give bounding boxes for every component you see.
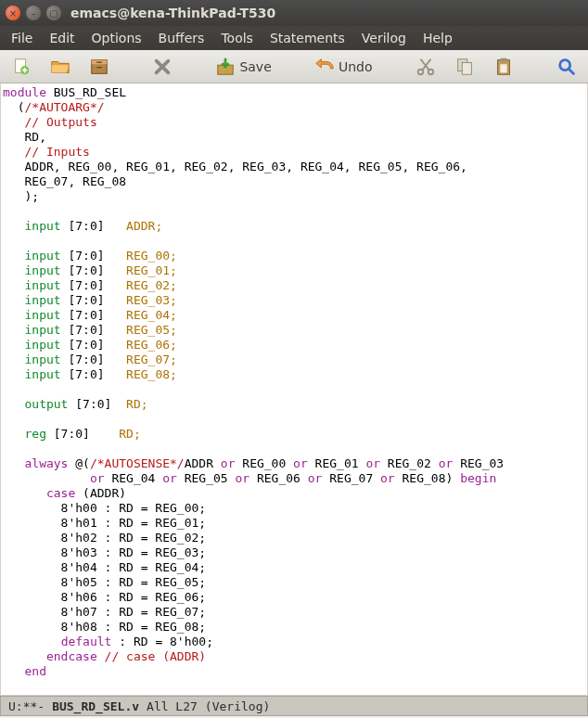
sig-reg03: REG_03;	[126, 293, 177, 307]
indent	[3, 219, 24, 233]
undo-label: Undo	[339, 59, 373, 74]
dired-button[interactable]	[87, 55, 111, 79]
close-paren: );	[3, 189, 39, 203]
new-file-button[interactable]	[9, 55, 33, 79]
case-6: 8'h06 : RD = REG_06;	[3, 590, 206, 604]
menu-edit[interactable]: Edit	[42, 28, 82, 48]
indent	[3, 367, 24, 381]
kw-input: input	[24, 278, 60, 292]
case-expr: (ADDR)	[75, 486, 126, 500]
search-button[interactable]	[555, 55, 579, 79]
save-button[interactable]: Save	[213, 55, 273, 79]
range: [7:0]	[61, 338, 126, 352]
undo-button[interactable]: Undo	[313, 55, 375, 79]
kill-buffer-button[interactable]	[150, 55, 174, 79]
range: [7:0]	[61, 308, 126, 322]
indent	[3, 308, 24, 322]
cut-button[interactable]	[414, 55, 438, 79]
new-file-icon	[11, 57, 32, 77]
case-7: 8'h07 : RD = REG_07;	[3, 605, 206, 619]
search-icon	[556, 57, 577, 77]
at: @(	[68, 456, 89, 470]
svg-rect-10	[462, 62, 471, 74]
sense: ADDR	[185, 456, 221, 470]
open-file-button[interactable]	[48, 55, 72, 79]
menu-file[interactable]: File	[4, 28, 40, 48]
indent	[3, 293, 24, 307]
kw-default: default	[61, 635, 112, 648]
sig-rd: RD;	[119, 427, 140, 441]
autoarg-comment: /*AUTOARG*/	[24, 100, 104, 114]
sense: REG_00	[235, 456, 293, 470]
save-label: Save	[239, 59, 271, 74]
modeline-filename: BUS_RD_SEL.v	[48, 699, 143, 713]
svg-rect-12	[500, 58, 506, 61]
sig-reg02: REG_02;	[126, 278, 177, 292]
menu-tools[interactable]: Tools	[213, 28, 261, 48]
sig-reg08: REG_08;	[126, 367, 177, 381]
kw-input: input	[24, 338, 60, 352]
indent	[3, 278, 24, 292]
minimize-icon[interactable]: –	[26, 6, 41, 20]
close-icon[interactable]: ×	[6, 6, 20, 20]
endcase-comment: // case (ADDR)	[97, 649, 206, 663]
indent	[3, 263, 24, 277]
modeline-status: U:**-	[5, 699, 48, 713]
menu-buffers[interactable]: Buffers	[151, 28, 212, 48]
editor-area[interactable]: module BUS_RD_SEL (/*AUTOARG*/ // Output…	[0, 83, 588, 696]
sense: REG_05	[177, 471, 236, 485]
menu-options[interactable]: Options	[84, 28, 149, 48]
close-x-icon	[152, 57, 173, 77]
open-paren: (	[3, 100, 24, 114]
copy-icon	[454, 57, 475, 77]
range: [7:0]	[61, 323, 126, 337]
modeline-position: All L27	[143, 699, 201, 713]
kw-or: or	[162, 471, 177, 485]
port-list-1: ADDR, REG_00, REG_01, REG_02, REG_03, RE…	[3, 160, 467, 173]
menu-statements[interactable]: Statements	[262, 28, 352, 48]
kw-or: or	[221, 456, 236, 470]
paste-button[interactable]	[492, 55, 516, 79]
range: [7:0]	[46, 427, 119, 441]
sense: REG_08)	[395, 471, 460, 485]
range: [7:0]	[68, 397, 126, 411]
kw-always: always	[24, 456, 68, 470]
range: [7:0]	[61, 249, 126, 263]
outputs-comment: // Outputs	[3, 115, 97, 129]
modeline-mode: (Verilog)	[201, 699, 274, 713]
menu-help[interactable]: Help	[415, 28, 460, 48]
maximize-icon[interactable]: ▢	[46, 6, 61, 20]
module-name: BUS_RD_SEL	[46, 85, 126, 99]
sense: REG_03	[453, 456, 504, 470]
case-8: 8'h08 : RD = REG_08;	[3, 620, 206, 634]
range: [7:0]	[61, 367, 126, 381]
case-3: 8'h03 : RD = REG_03;	[3, 545, 206, 559]
menu-verilog[interactable]: Verilog	[354, 28, 414, 48]
kw-input: input	[24, 219, 60, 233]
svg-rect-5	[96, 67, 102, 68]
sense: REG_07	[322, 471, 380, 485]
mode-line[interactable]: U:**- BUS_RD_SEL.v All L27 (Verilog)	[0, 696, 588, 716]
sig-addr: ADDR;	[126, 219, 162, 233]
indent	[3, 323, 24, 337]
scissors-icon	[415, 57, 436, 77]
kw-or: or	[90, 471, 105, 485]
sig-reg07: REG_07;	[126, 353, 177, 366]
kw-endcase: endcase	[46, 649, 97, 663]
open-folder-icon	[50, 57, 70, 77]
kw-case: case	[46, 486, 75, 500]
indent	[3, 456, 24, 470]
tool-bar: Save Undo	[0, 50, 588, 83]
copy-button[interactable]	[453, 55, 477, 79]
sig-reg01: REG_01;	[126, 263, 177, 277]
sig-rd: RD;	[126, 397, 147, 411]
indent	[3, 486, 46, 500]
kw-input: input	[24, 293, 60, 307]
indent	[3, 635, 61, 648]
sig-reg06: REG_06;	[126, 338, 177, 352]
window-title: emacs@kena-ThinkPad-T530	[70, 6, 275, 20]
drawer-icon	[89, 57, 109, 77]
sense: REG_04	[105, 471, 163, 485]
kw-input: input	[24, 353, 60, 366]
save-icon	[215, 57, 236, 77]
